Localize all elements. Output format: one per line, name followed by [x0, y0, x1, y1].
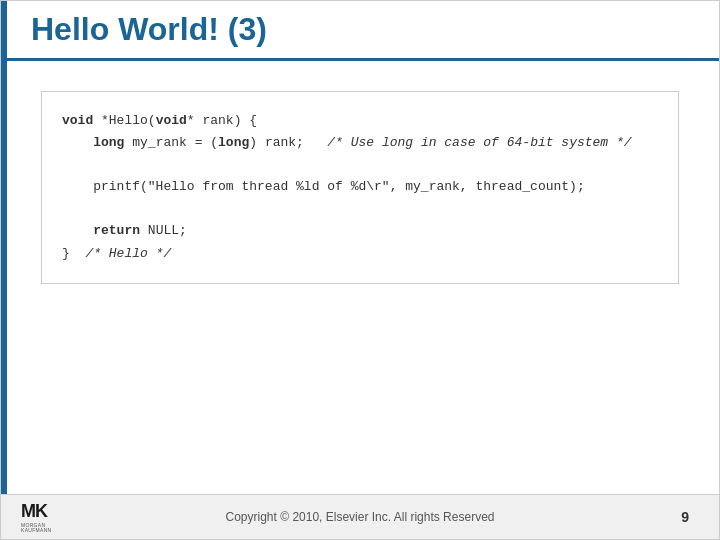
slide-container: Hello World! (3) void *Hello(void* rank)…	[0, 0, 720, 540]
footer: MK MORGAN KAUFMANN Copyright © 2010, Els…	[1, 494, 719, 539]
content-area: void *Hello(void* rank) { long my_rank =…	[1, 71, 719, 304]
left-border-accent	[1, 1, 7, 539]
logo-subtext: MORGAN KAUFMANN	[21, 523, 61, 533]
header-bar: Hello World! (3)	[1, 1, 719, 61]
code-block: void *Hello(void* rank) { long my_rank =…	[41, 91, 679, 284]
page-number: 9	[681, 509, 689, 525]
footer-copyright: Copyright © 2010, Elsevier Inc. All righ…	[1, 510, 719, 524]
mk-logo: MK MORGAN KAUFMANN	[21, 501, 61, 531]
logo-text: MK	[21, 501, 47, 521]
slide-title: Hello World! (3)	[31, 11, 267, 48]
code-line-1: void *Hello(void* rank) { long my_rank =…	[62, 113, 632, 261]
